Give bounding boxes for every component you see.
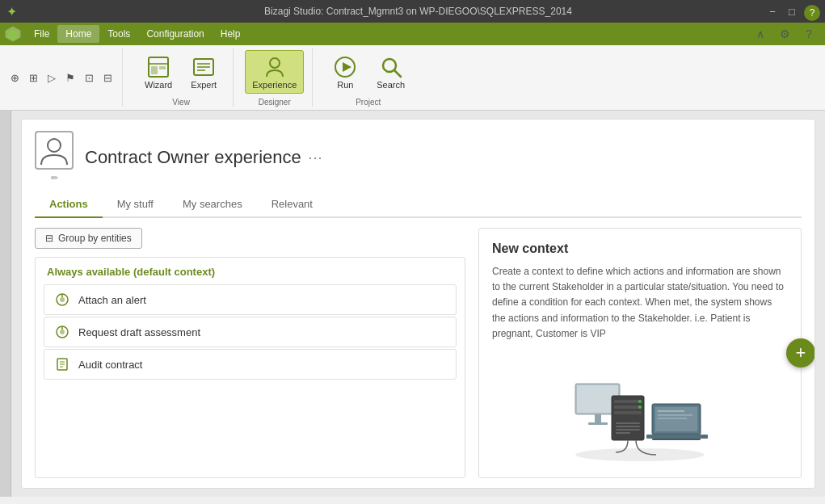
experience-header: ✏ Contract Owner experience ⋯	[22, 120, 814, 183]
run-button[interactable]: Run	[324, 50, 366, 94]
svg-rect-30	[588, 422, 608, 425]
audit-contract-icon	[54, 356, 70, 372]
request-draft-label: Request draft assessment	[78, 326, 200, 338]
filter-icon: ⊟	[45, 233, 53, 244]
menu-configuration[interactable]: Configuration	[138, 25, 212, 43]
svg-point-36	[638, 405, 642, 409]
svg-rect-33	[614, 405, 642, 409]
experience-label: Experience	[252, 80, 297, 90]
svg-point-15	[48, 139, 61, 152]
view-group-label: View	[172, 94, 190, 107]
svg-rect-39	[616, 429, 640, 430]
search-icon	[378, 54, 404, 80]
context-illustration	[492, 359, 788, 464]
svg-rect-32	[614, 400, 642, 403]
content-area: ? ✏ Contract Owner experience ⋯	[11, 111, 825, 497]
tab-my-stuff[interactable]: My stuff	[103, 191, 168, 218]
action-item-request-draft[interactable]: Request draft assessment	[44, 317, 457, 347]
project-group-label: Project	[356, 94, 381, 107]
svg-point-17	[60, 297, 65, 302]
context-panel: Always available (default context)	[35, 257, 465, 478]
experience-icon	[262, 54, 288, 80]
svg-point-35	[638, 400, 642, 403]
left-sidebar	[0, 111, 11, 497]
wizard-label: Wizard	[145, 80, 172, 90]
run-label: Run	[337, 80, 353, 90]
tab-actions[interactable]: Actions	[35, 191, 103, 218]
svg-marker-12	[343, 62, 351, 72]
attach-alert-icon	[54, 292, 70, 308]
svg-rect-37	[616, 422, 640, 424]
designer-group-label: Designer	[259, 94, 291, 107]
avatar-edit-icon[interactable]: ✏	[51, 173, 58, 183]
tab-relevant[interactable]: Relevant	[257, 191, 327, 218]
ribbon-group-designer: Experience Designer	[237, 48, 313, 107]
maximize-button[interactable]: □	[785, 4, 799, 19]
experience-button[interactable]: Experience	[245, 50, 304, 94]
experience-title-area: Contract Owner experience ⋯	[85, 147, 802, 168]
ribbon: ⊕ ⊞ ▷ ⚑ ⊡ ⊟ Wizard	[0, 45, 825, 111]
expert-button[interactable]: Expert	[183, 50, 225, 94]
request-draft-icon	[54, 324, 70, 340]
experience-title: Contract Owner experience ⋯	[85, 147, 802, 168]
app-logo	[3, 24, 23, 44]
svg-rect-38	[616, 426, 640, 427]
experience-card: ? ✏ Contract Owner experience ⋯	[21, 119, 815, 489]
experience-title-text: Contract Owner experience	[85, 147, 301, 168]
context-panel-title: Always available (default context)	[36, 258, 465, 284]
wizard-icon	[145, 54, 171, 80]
experience-tabs: Actions My stuff My searches Relevant	[35, 191, 802, 218]
group-by-label: Group by entities	[58, 233, 132, 244]
audit-contract-label: Audit contract	[78, 359, 143, 371]
expert-icon	[191, 54, 217, 80]
left-panel: ⊟ Group by entities Always available (de…	[35, 228, 465, 478]
taskbar-icon-1[interactable]: ⊕	[6, 69, 23, 86]
ribbon-settings-btn[interactable]: ⚙	[775, 24, 794, 44]
expert-label: Expert	[191, 80, 217, 90]
menu-help[interactable]: Help	[213, 25, 249, 43]
minimize-button[interactable]: −	[765, 4, 780, 19]
svg-rect-4	[151, 66, 158, 74]
new-context-panel: New context Create a context to define w…	[478, 228, 802, 478]
svg-rect-47	[646, 435, 708, 439]
search-button[interactable]: Search	[369, 50, 412, 94]
svg-point-10	[270, 58, 280, 68]
experience-menu-button[interactable]: ⋯	[308, 149, 322, 166]
avatar	[35, 131, 74, 170]
menu-home[interactable]: Home	[57, 25, 99, 43]
action-item-audit-contract[interactable]: Audit contract	[44, 349, 457, 380]
action-list: Attach an alert Re	[36, 284, 465, 388]
taskbar-icon-3[interactable]: ▷	[44, 69, 60, 86]
svg-rect-48	[652, 439, 701, 440]
add-context-button[interactable]: +	[786, 338, 814, 368]
svg-rect-34	[614, 411, 642, 414]
svg-rect-29	[595, 414, 601, 422]
ribbon-help-btn[interactable]: ?	[799, 24, 819, 44]
tab-my-searches[interactable]: My searches	[168, 191, 257, 218]
illustration-svg	[559, 359, 721, 464]
title-bar-text: Bizagi Studio: Contract_Mgmnt3 on WP-DIE…	[71, 6, 765, 17]
attach-alert-label: Attach an alert	[78, 294, 146, 306]
taskbar-icon-4[interactable]: ⚑	[62, 69, 78, 86]
run-icon	[332, 54, 358, 80]
svg-rect-5	[159, 66, 166, 69]
action-item-attach-alert[interactable]: Attach an alert	[44, 284, 457, 315]
menu-file[interactable]: File	[26, 25, 57, 43]
taskbar-icon-5[interactable]: ⊡	[81, 69, 97, 86]
title-bar: ✦ Bizagi Studio: Contract_Mgmnt3 on WP-D…	[0, 0, 825, 23]
menu-bar: File Home Tools Configuration Help ∧ ⚙ ?	[0, 23, 825, 45]
svg-point-20	[60, 330, 65, 334]
taskbar-icon-2[interactable]: ⊞	[25, 69, 41, 86]
new-context-description: Create a context to define which actions…	[492, 264, 788, 342]
ribbon-group-project: Run Search Project	[316, 48, 420, 107]
experience-body: ⊟ Group by entities Always available (de…	[22, 218, 814, 488]
group-by-button[interactable]: ⊟ Group by entities	[35, 228, 142, 249]
search-label: Search	[377, 80, 405, 90]
menu-tools[interactable]: Tools	[99, 25, 138, 43]
new-context-title: New context	[492, 242, 788, 256]
wizard-button[interactable]: Wizard	[137, 50, 179, 94]
taskbar-icon-6[interactable]: ⊟	[99, 69, 116, 86]
ribbon-group-view: Wizard Expert View	[129, 48, 234, 107]
main-container: ? ✏ Contract Owner experience ⋯	[0, 111, 825, 497]
collapse-ribbon-btn[interactable]: ∧	[751, 24, 770, 44]
